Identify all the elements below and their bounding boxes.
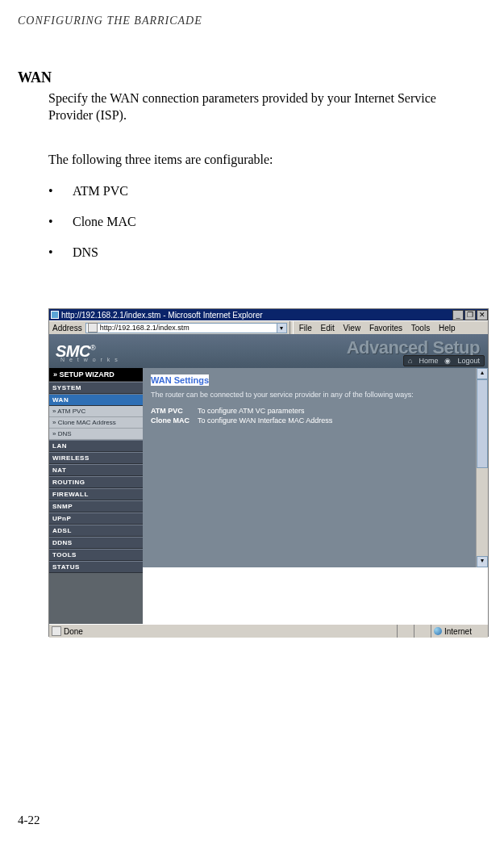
sidebar-item-routing[interactable]: ROUTING [49,476,143,488]
sidebar-item-ddns[interactable]: DDNS [49,537,143,549]
status-page-icon [52,626,61,636]
sidebar-sub-atm-pvc[interactable]: » ATM PVC [49,406,143,417]
content-outer: WAN Settings The router can be connected… [143,368,488,624]
maximize-button[interactable]: ❐ [464,310,476,320]
zone-label: Internet [444,627,472,636]
embedded-screenshot: http://192.168.2.1/index.stm - Microsoft… [48,308,489,637]
content-panel: WAN Settings The router can be connected… [143,368,476,567]
status-bar: Done Internet [49,624,488,638]
list-item: DNS [48,245,136,260]
address-toolbar: Address http://192.168.2.1/index.stm ▾ F… [49,320,488,334]
config-item-list: ATM PVC Clone MAC DNS [48,184,136,276]
scroll-down-icon[interactable]: ▾ [477,556,488,567]
home-icon: ⌂ [408,357,412,365]
table-row: Clone MAC To configure WAN Interface MAC… [151,416,340,426]
sidebar-sub-dns[interactable]: » DNS [49,429,143,440]
page-banner: SMC® N e t w o r k s Advanced Setup ⌂ Ho… [49,334,488,368]
content-blurb: The router can be connected to your serv… [151,391,468,399]
networks-subtitle: N e t w o r k s [60,357,119,362]
status-text: Done [64,627,83,636]
window-title: http://192.168.2.1/index.stm - Microsoft… [61,311,263,320]
menu-help[interactable]: Help [439,324,456,333]
row-key[interactable]: ATM PVC [151,407,198,416]
page-number: 4-22 [18,814,40,827]
scroll-up-icon[interactable]: ▴ [477,368,488,379]
list-item: ATM PVC [48,184,136,199]
menu-edit[interactable]: Edit [321,324,335,333]
section-heading: WAN [18,69,52,86]
running-header: CONFIGURING THE BARRICADE [18,15,202,27]
table-row: ATM PVC To configure ATM VC parameters [151,407,340,416]
sidebar: » SETUP WIZARD SYSTEM WAN » ATM PVC » Cl… [49,368,143,624]
address-value: http://192.168.2.1/index.stm [100,324,190,332]
sidebar-item-wan[interactable]: WAN [49,394,143,406]
menu-view[interactable]: View [344,324,361,333]
sidebar-item-firewall[interactable]: FIREWALL [49,488,143,500]
content-whitespace [143,567,488,624]
content-title: WAN Settings [151,374,209,386]
vertical-scrollbar[interactable]: ▴ ▾ [476,368,488,567]
minimize-button[interactable]: _ [452,310,464,320]
row-key[interactable]: Clone MAC [151,416,198,426]
close-button[interactable]: ✕ [477,310,488,320]
row-value: To configure ATM VC parameters [198,407,340,416]
toolbar-separator [289,321,294,334]
list-item: Clone MAC [48,215,136,229]
logout-link[interactable]: Logout [457,357,480,365]
sidebar-filler [49,573,143,624]
security-zone: Internet [431,625,488,638]
home-link[interactable]: Home [419,357,438,365]
sidebar-item-nat[interactable]: NAT [49,464,143,476]
sidebar-item-system[interactable]: SYSTEM [49,382,143,394]
page-favicon [88,323,98,333]
sidebar-item-upnp[interactable]: UPnP [49,512,143,525]
menu-file[interactable]: File [299,324,312,333]
ie-icon [51,311,59,319]
list-intro: The following three items are configurab… [48,152,472,169]
sidebar-item-adsl[interactable]: ADSL [49,525,143,537]
scroll-thumb[interactable] [477,379,488,468]
content-table: ATM PVC To configure ATM VC parameters C… [151,407,340,426]
globe-icon [434,627,442,635]
intro-paragraph: Specify the WAN connection parameters pr… [48,90,472,124]
status-panel [397,625,414,638]
address-field[interactable]: http://192.168.2.1/index.stm [85,323,277,333]
sidebar-item-lan[interactable]: LAN [49,440,143,452]
logout-icon: ◉ [444,357,451,365]
quick-links: ⌂ Home ◉ Logout [403,355,485,366]
sidebar-item-status[interactable]: STATUS [49,561,143,573]
menu-tools[interactable]: Tools [411,324,430,333]
sidebar-item-tools[interactable]: TOOLS [49,549,143,561]
sidebar-item-wireless[interactable]: WIRELESS [49,452,143,464]
menu-favorites[interactable]: Favorites [369,324,402,333]
sidebar-item-snmp[interactable]: SNMP [49,500,143,512]
window-titlebar: http://192.168.2.1/index.stm - Microsoft… [49,309,488,320]
address-dropdown-icon[interactable]: ▾ [277,323,287,333]
status-panel [414,625,431,638]
menu-bar: File Edit View Favorites Tools Help [296,324,459,333]
main-area: » SETUP WIZARD SYSTEM WAN » ATM PVC » Cl… [49,368,488,624]
address-label: Address [49,324,85,333]
sidebar-sub-clone-mac[interactable]: » Clone MAC Address [49,417,143,429]
row-value: To configure WAN Interface MAC Address [198,416,340,426]
setup-wizard-link[interactable]: » SETUP WIZARD [49,368,143,382]
